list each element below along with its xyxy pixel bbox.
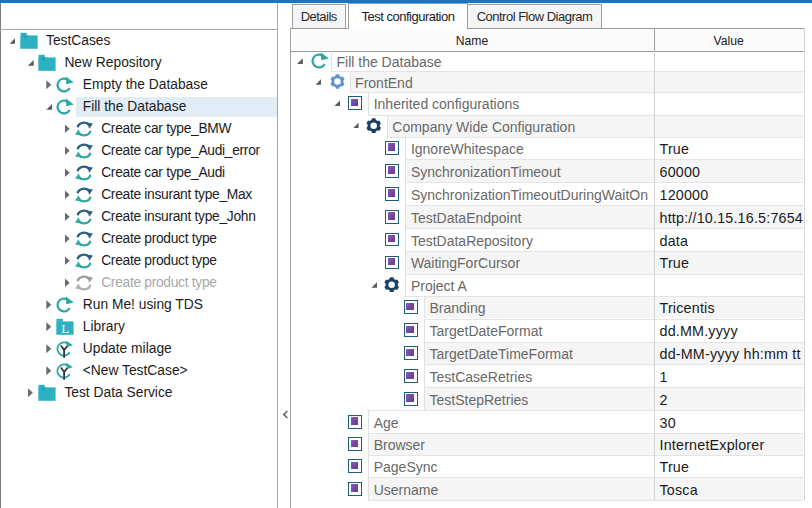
svg-text:L: L (62, 320, 70, 334)
